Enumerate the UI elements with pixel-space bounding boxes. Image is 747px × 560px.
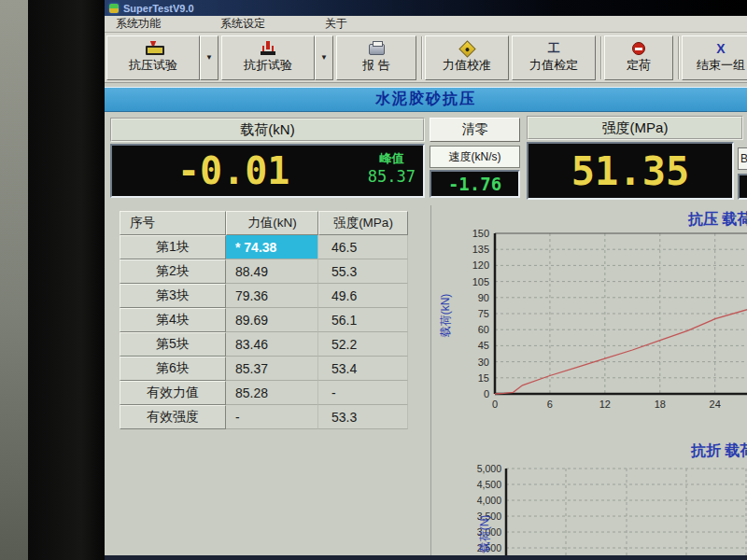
- svg-text:抗折 载荷: 抗折 载荷: [690, 442, 747, 458]
- clear-button-label: 清零: [462, 121, 488, 138]
- toolbar: 抗压试验▼抗折试验▼报 告力值校准工力值检定定荷X结束一组: [105, 33, 747, 83]
- svg-text:4,500: 4,500: [477, 479, 501, 490]
- finish-group-icon: X: [714, 42, 727, 55]
- row-label: 有效力值: [120, 381, 226, 405]
- toolbar-button-label: 力值检定: [529, 57, 578, 74]
- force-verification-icon: 工: [546, 42, 561, 55]
- report-printer-icon: [369, 44, 385, 55]
- load-value: -0.01: [177, 149, 289, 192]
- svg-text:45: 45: [478, 340, 489, 351]
- table-row-6[interactable]: 有效力值85.28-: [120, 381, 408, 405]
- toolbar-button-label: 抗折试验: [244, 57, 292, 74]
- svg-text:75: 75: [478, 308, 489, 319]
- row-force-value[interactable]: 88.49: [226, 259, 318, 284]
- row-force-value[interactable]: 85.28: [226, 381, 318, 405]
- svg-text:105: 105: [472, 276, 489, 287]
- mode-banner-title: 水泥胶砂抗压: [375, 90, 476, 109]
- toolbar-button-1[interactable]: 抗折试验: [221, 35, 315, 80]
- table-row-5[interactable]: 第6块85.3753.4: [120, 357, 408, 381]
- table-header-1: 力值(kN): [226, 211, 318, 235]
- monitor-bezel: [28, 0, 105, 560]
- speed-label: 速度(kN/s): [430, 146, 520, 168]
- svg-text:120: 120: [472, 259, 489, 271]
- toolbar-button-label: 定荷: [627, 57, 651, 74]
- peak-label: 峰值: [368, 150, 416, 167]
- speed-value: -1.76: [448, 174, 501, 194]
- app-icon: [109, 4, 119, 13]
- row-force-value[interactable]: * 74.38: [226, 235, 318, 259]
- toolbar-button-2[interactable]: 报 告: [336, 35, 416, 80]
- row-label: 有效强度: [120, 405, 226, 429]
- row-strength-value: 56.1: [318, 308, 408, 332]
- row-label: 第3块: [120, 284, 226, 308]
- strength-value: 51.35: [571, 148, 689, 194]
- main-panel: 载荷(kN) -0.01 峰值 85.37 清零 速度(kN/s) -1.76 …: [105, 112, 747, 555]
- row-strength-value: 53.4: [318, 357, 408, 381]
- clear-button[interactable]: 清零: [430, 118, 520, 142]
- row-strength-value: -: [318, 381, 408, 405]
- row-strength-value: 49.6: [318, 284, 408, 308]
- svg-text:150: 150: [472, 228, 489, 239]
- row-force-value[interactable]: 83.46: [226, 332, 318, 357]
- row-label: 第4块: [120, 308, 226, 332]
- svg-text:抗压 载荷: 抗压 载荷: [687, 211, 747, 227]
- svg-text:5,000: 5,000: [477, 463, 501, 474]
- svg-text:18: 18: [655, 399, 666, 410]
- row-force-value[interactable]: 89.69: [226, 308, 318, 332]
- toolbar-button-3[interactable]: 力值校准: [425, 35, 509, 80]
- toolbar-button-5[interactable]: 定荷: [604, 35, 673, 80]
- row-strength-value: 55.3: [318, 259, 408, 284]
- panel-divider: [430, 205, 431, 555]
- svg-text:60: 60: [478, 324, 489, 335]
- partial-edge-button[interactable]: B: [738, 147, 747, 170]
- flexural-test-icon: [260, 41, 276, 55]
- compression-test-icon: [145, 41, 162, 55]
- strength-display: 51.35: [527, 142, 734, 200]
- hold-load-icon: [632, 42, 645, 55]
- toolbar-button-label: 抗压试验: [129, 57, 177, 74]
- partial-edge-button-label: B: [740, 152, 747, 165]
- svg-text:0: 0: [484, 388, 489, 399]
- toolbar-button-4[interactable]: 工力值检定: [512, 35, 596, 80]
- row-strength-value: 46.5: [318, 235, 408, 259]
- menu-item-0[interactable]: 系统功能: [108, 15, 168, 33]
- menu-item-1[interactable]: 系统设定: [213, 15, 273, 33]
- svg-text:15: 15: [478, 372, 489, 384]
- table-row-3[interactable]: 第4块89.6956.1: [120, 308, 408, 332]
- menu-bar: 系统功能系统设定关于: [105, 16, 747, 33]
- row-force-value[interactable]: 85.37: [226, 357, 318, 381]
- toolbar-button-6[interactable]: X结束一组: [682, 35, 747, 80]
- toolbar-button-label: 结束一组: [697, 57, 745, 74]
- toolbar-dropdown-1[interactable]: ▼: [315, 35, 333, 80]
- svg-text:30: 30: [478, 357, 489, 368]
- toolbar-separator: [421, 36, 423, 79]
- flexural-load-chart: 抗折 载荷5,0004,5004,0003,5003,0002,500载荷(N): [434, 429, 747, 555]
- svg-text:0: 0: [492, 399, 498, 410]
- table-row-1[interactable]: 第2块88.4955.3: [120, 259, 408, 284]
- svg-text:4,000: 4,000: [477, 495, 501, 506]
- peak-value: 85.37: [368, 167, 416, 186]
- toolbar-button-0[interactable]: 抗压试验: [106, 35, 200, 80]
- row-force-value[interactable]: 79.36: [226, 284, 318, 308]
- menu-item-2[interactable]: 关于: [317, 15, 355, 33]
- table-header-2: 强度(MPa): [318, 211, 408, 235]
- load-header-label: 载荷(kN): [240, 121, 294, 139]
- table-row-2[interactable]: 第3块79.3649.6: [120, 284, 408, 308]
- table-row-0[interactable]: 第1块* 74.3846.5: [120, 235, 408, 259]
- row-label: 第6块: [120, 357, 226, 381]
- load-header: 载荷(kN): [110, 118, 425, 142]
- svg-text:12: 12: [599, 399, 611, 410]
- row-strength-value: 53.3: [318, 405, 408, 429]
- speed-label-text: 速度(kN/s): [449, 149, 501, 165]
- toolbar-button-label: 力值校准: [443, 57, 491, 74]
- results-table: 序号力值(kN)强度(MPa)第1块* 74.3846.5第2块88.4955.…: [120, 211, 408, 429]
- toolbar-dropdown-0[interactable]: ▼: [200, 35, 218, 80]
- table-row-4[interactable]: 第5块83.4652.2: [120, 332, 408, 357]
- row-force-value[interactable]: -: [226, 405, 318, 429]
- toolbar-button-label: 报 告: [362, 57, 390, 74]
- strength-header: 强度(MPa): [527, 116, 743, 140]
- table-row-7[interactable]: 有效强度-53.3: [120, 405, 408, 429]
- toolbar-separator: [600, 36, 602, 79]
- strength-header-label: 强度(MPa): [602, 119, 669, 137]
- svg-text:载荷(N): 载荷(N): [478, 515, 491, 553]
